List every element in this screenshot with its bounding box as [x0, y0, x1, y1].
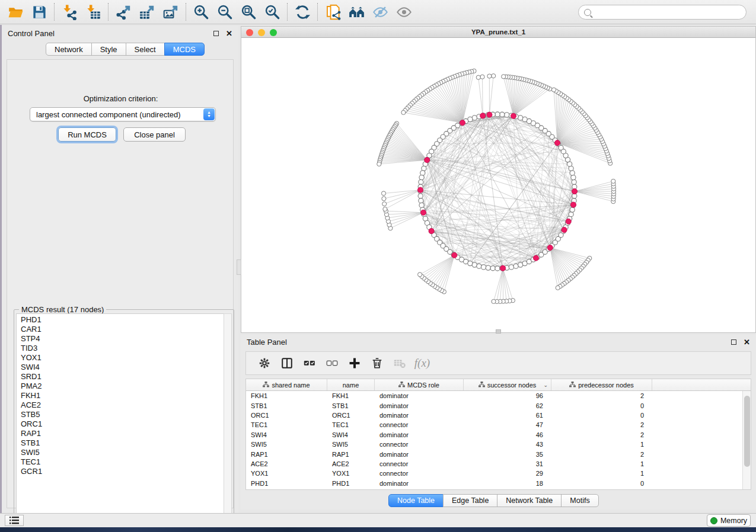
mcds-result-item[interactable]: ORC1 [21, 419, 224, 429]
table-cell[interactable]: STB1 [327, 400, 375, 410]
leaf-node[interactable] [487, 74, 492, 78]
zoom-in-button[interactable] [189, 2, 213, 22]
table-row[interactable]: ORC1ORC1dominator610 [246, 411, 751, 420]
mcds-result-item[interactable]: TID3 [21, 344, 224, 353]
dominator-node[interactable] [487, 112, 492, 117]
delete-row-button[interactable] [366, 354, 388, 373]
network-node[interactable] [418, 194, 423, 198]
network-node[interactable] [477, 264, 481, 268]
table-cell[interactable]: TEC1 [327, 420, 375, 430]
leaf-node[interactable] [492, 74, 496, 78]
table-cell[interactable]: 2 [551, 430, 652, 440]
network-node[interactable] [422, 166, 426, 171]
table-cell[interactable]: YOX1 [327, 469, 375, 478]
leaf-node[interactable] [492, 299, 496, 303]
table-row[interactable]: YOX1YOX1connector291 [246, 469, 751, 478]
dominator-node[interactable] [452, 252, 457, 258]
table-row[interactable]: TEC1TEC1connector472 [246, 420, 751, 430]
optimization-criterion-select[interactable]: largest connected component (undirected)… [30, 107, 216, 121]
mcds-result-item[interactable]: ACE2 [21, 400, 224, 410]
leaf-node[interactable] [480, 75, 484, 79]
table-row[interactable]: RAP1RAP1dominator352 [246, 449, 751, 459]
network-node[interactable] [419, 203, 424, 207]
mcds-result-item[interactable]: RAP1 [21, 429, 224, 438]
hide-selected-button[interactable] [368, 2, 392, 22]
network-node[interactable] [570, 171, 575, 175]
mcds-result-item[interactable]: STB5 [21, 410, 224, 419]
table-cell[interactable]: 61 [464, 411, 551, 420]
maximize-window-traffic-light[interactable] [270, 29, 277, 36]
leaf-node[interactable] [551, 88, 556, 92]
table-cell[interactable]: 31 [464, 459, 551, 469]
table-cell[interactable]: SWI5 [246, 440, 327, 449]
mcds-result-item[interactable]: TEC1 [21, 457, 224, 467]
add-row-button[interactable] [343, 354, 366, 373]
search-box[interactable] [578, 5, 747, 20]
table-cell[interactable]: SWI5 [327, 440, 375, 449]
close-panel-icon[interactable]: ✕ [226, 31, 232, 36]
table-cell[interactable]: SWI4 [327, 430, 375, 440]
table-cell[interactable]: connector [375, 420, 464, 430]
task-history-button[interactable] [5, 515, 24, 526]
dominator-node[interactable] [417, 187, 423, 193]
first-neighbors-button[interactable] [344, 2, 368, 22]
import-network-button[interactable] [58, 2, 81, 22]
leaf-node[interactable] [401, 110, 406, 114]
memory-button[interactable]: Memory [707, 514, 751, 527]
table-cell[interactable]: YOX1 [246, 469, 327, 478]
zoom-out-button[interactable] [213, 2, 237, 22]
mcds-result-item[interactable]: PHD1 [21, 315, 224, 325]
tab-select[interactable]: Select [126, 43, 165, 56]
mcds-result-item[interactable]: SRD1 [21, 372, 224, 382]
table-cell[interactable]: 47 [464, 420, 551, 430]
dominator-node[interactable] [500, 265, 506, 271]
table-cell[interactable]: TEC1 [246, 420, 327, 430]
leaf-node[interactable] [556, 286, 560, 290]
network-node[interactable] [569, 212, 573, 217]
sort-indicator-icon[interactable]: ⌄ [543, 382, 548, 388]
dominator-node[interactable] [562, 227, 567, 232]
dominator-node[interactable] [460, 120, 465, 126]
minimize-window-traffic-light[interactable] [258, 29, 265, 36]
table-cell[interactable]: ORC1 [327, 411, 375, 420]
column-header-shared-name[interactable]: shared name [246, 379, 327, 390]
table-cell[interactable]: ACE2 [327, 459, 375, 469]
table-cell[interactable]: RAP1 [246, 449, 327, 459]
table-cell[interactable]: 46 [464, 430, 551, 440]
leaf-node[interactable] [418, 273, 422, 277]
settings-gear-button[interactable] [253, 354, 276, 373]
table-cell[interactable]: 0 [551, 479, 652, 488]
table-row[interactable]: SWI4SWI4dominator462 [246, 430, 751, 440]
table-cell[interactable]: 35 [464, 449, 551, 459]
mcds-list-scrollbar[interactable] [224, 313, 232, 529]
table-cell[interactable]: 29 [464, 469, 551, 478]
leaf-node[interactable] [382, 197, 386, 201]
network-node[interactable] [481, 265, 486, 270]
table-cell[interactable]: PHD1 [246, 479, 327, 488]
tab-motifs[interactable]: Motifs [561, 494, 598, 507]
table-cell[interactable]: 62 [464, 400, 551, 410]
network-node[interactable] [486, 265, 490, 270]
network-node[interactable] [518, 116, 523, 120]
network-node[interactable] [500, 112, 505, 117]
column-header-name[interactable]: name [327, 379, 375, 390]
tab-network[interactable]: Network [46, 43, 92, 56]
horizontal-split-handle[interactable] [496, 329, 501, 334]
table-cell[interactable]: 18 [464, 479, 551, 488]
dominator-node[interactable] [547, 245, 553, 251]
open-file-button[interactable] [4, 2, 27, 22]
close-window-traffic-light[interactable] [246, 29, 253, 36]
table-row[interactable]: PHD1PHD1dominator180 [246, 479, 751, 488]
table-cell[interactable]: connector [375, 459, 464, 469]
mcds-result-item[interactable]: GCR1 [21, 467, 224, 476]
table-cell[interactable]: dominator [375, 391, 464, 400]
leaf-node[interactable] [383, 207, 387, 211]
leaf-node[interactable] [502, 75, 506, 79]
dominator-node[interactable] [425, 158, 430, 163]
table-cell[interactable]: PHD1 [327, 479, 375, 488]
dominator-node[interactable] [533, 255, 538, 261]
network-node[interactable] [419, 180, 423, 184]
table-cell[interactable]: ORC1 [246, 411, 327, 420]
dominator-node[interactable] [566, 219, 571, 224]
table-cell[interactable]: STB1 [246, 400, 327, 410]
